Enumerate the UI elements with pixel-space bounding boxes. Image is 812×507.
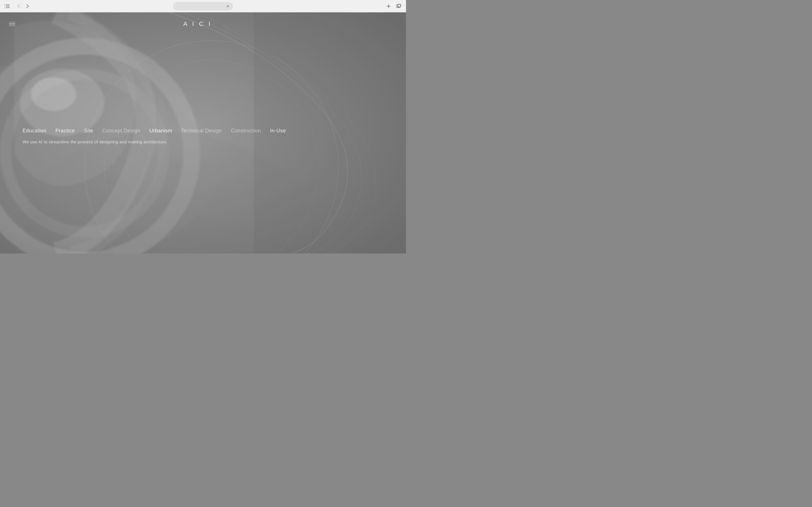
browser-navigation [15,2,32,10]
main-content: A I C I Education Practice Site Concept … [0,12,406,253]
site-navigation: Education Practice Site Concept Design U… [22,128,384,134]
site-main: Education Practice Site Concept Design U… [0,36,406,253]
nav-practice[interactable]: Practice [51,128,80,134]
site-tagline: We use AI to streamline the process of d… [22,139,384,144]
nav-construction[interactable]: Construction [226,128,266,134]
nav-urbanism[interactable]: Urbanism [145,128,177,134]
svg-rect-9 [398,4,401,7]
site-overlay: A I C I Education Practice Site Concept … [0,12,406,253]
address-bar [173,2,233,10]
new-tab-button[interactable] [385,2,393,10]
nav-site[interactable]: Site [80,128,98,134]
sidebar-toggle-button[interactable] [3,3,11,9]
hamburger-menu-button[interactable] [9,22,15,26]
tabs-button[interactable] [395,2,403,10]
address-clear-button[interactable] [225,4,230,8]
site-logo: A I C I [183,20,212,27]
nav-in-use[interactable]: In-Use [266,128,290,134]
nav-education[interactable]: Education [22,128,51,134]
address-input[interactable] [173,2,233,10]
site-header: A I C I [0,12,406,36]
back-button[interactable] [15,2,22,10]
nav-concept-design[interactable]: Concept Design [98,128,145,134]
forward-button[interactable] [24,2,32,10]
nav-technical-design[interactable]: Technical Design [177,128,226,134]
browser-chrome [0,0,406,12]
svg-rect-0 [5,4,6,8]
browser-right-actions [385,2,403,10]
